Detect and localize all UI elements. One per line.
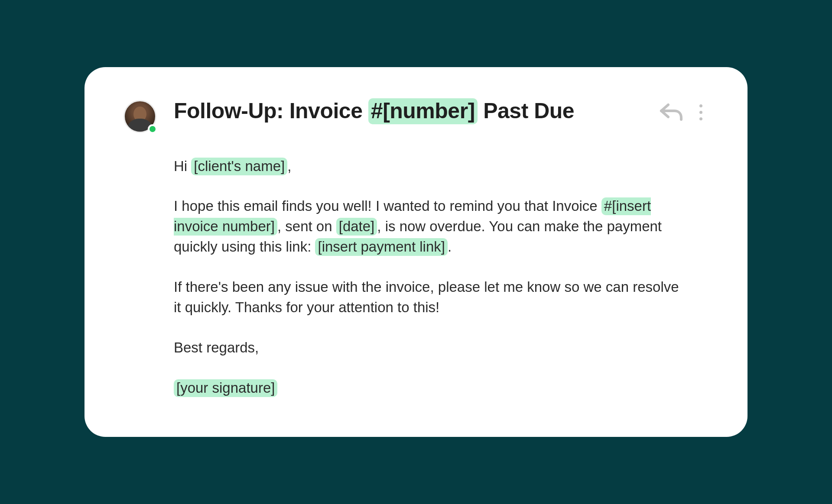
body-paragraph-1: I hope this email finds you well! I want… — [174, 196, 685, 257]
email-actions — [660, 103, 704, 122]
greeting-line: Hi [client's name], — [174, 156, 685, 177]
status-online-dot — [148, 124, 157, 134]
subject-text-post: Past Due — [478, 99, 574, 123]
greeting-placeholder: [client's name] — [191, 158, 287, 175]
avatar-wrap — [124, 100, 156, 133]
p1-t1: I hope this email finds you well! I want… — [174, 198, 601, 214]
p1-placeholder-date: [date] — [336, 218, 377, 236]
signature-placeholder: [your signature] — [174, 379, 277, 397]
greeting-post: , — [287, 158, 291, 174]
email-card: Follow-Up: Invoice #[number] Past Due Hi… — [84, 67, 748, 437]
p1-t2: , sent on — [277, 218, 336, 234]
signoff-line: Best regards, — [174, 338, 685, 358]
email-body: Hi [client's name], I hope this email fi… — [174, 156, 685, 398]
subject-text-pre: Follow-Up: Invoice — [174, 99, 368, 123]
email-header: Follow-Up: Invoice #[number] Past Due — [124, 97, 708, 133]
signature-line: [your signature] — [174, 378, 685, 398]
greeting-pre: Hi — [174, 158, 191, 174]
reply-icon[interactable] — [660, 103, 683, 121]
p1-t4: . — [448, 239, 452, 255]
more-options-icon[interactable] — [698, 103, 704, 122]
p1-placeholder-link: [insert payment link] — [315, 238, 447, 256]
body-paragraph-2: If there's been any issue with the invoi… — [174, 277, 685, 318]
email-subject: Follow-Up: Invoice #[number] Past Due — [174, 97, 642, 125]
subject-placeholder: #[number] — [368, 98, 478, 124]
